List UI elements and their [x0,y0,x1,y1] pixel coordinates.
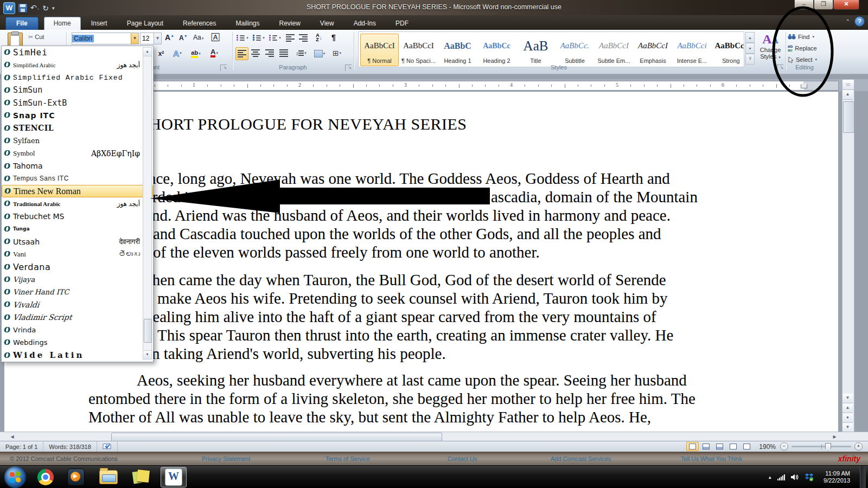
browse-object-icon[interactable]: ● [843,413,853,423]
font-option-vrinda[interactable]: OVrinda [2,324,153,336]
dropdown-scroll-thumb[interactable] [144,319,152,343]
scroll-down-icon[interactable]: ▼ [843,394,853,403]
webpage-link[interactable]: Tell Us What You Think [681,455,742,462]
align-left-button[interactable] [235,47,248,60]
font-option-wide-latin[interactable]: OWide Latin [2,349,153,361]
change-styles-button[interactable]: AA Change Styles ▾ [756,32,784,60]
taskbar-media-player-button[interactable] [63,467,89,487]
webpage-link[interactable]: Privacy Statement [202,455,250,462]
webpage-link[interactable]: Add Comcast Services [551,455,611,462]
taskbar-chrome-button[interactable] [33,467,59,487]
increase-indent-button[interactable] [297,32,309,44]
styles-dialog-launcher[interactable]: ↘ [777,65,783,71]
font-option-simsun-extb[interactable]: OSimSun-ExtB [2,97,153,109]
zoom-slider-thumb[interactable] [825,443,831,451]
text-highlight-button[interactable]: ab▾ [189,48,203,60]
font-size-combo[interactable]: 12 ▼ [140,33,162,44]
qat-customize-icon[interactable]: ▾ [52,4,55,12]
style-no-spaci[interactable]: AaBbCcI¶ No Spaci... [399,34,438,66]
style-strong[interactable]: AaBbCcIStrong [712,34,744,66]
webpage-link[interactable]: Contact Us [448,455,477,462]
font-option-verdana[interactable]: OVerdana [2,261,153,273]
zoom-out-button[interactable]: − [780,442,788,451]
style-heading-2[interactable]: AaBbCcHeading 2 [477,34,516,66]
styles-more-icon[interactable]: ⊽ [745,54,755,65]
horizontal-ruler[interactable]: 123456 [88,81,805,91]
font-name-dropdown-icon[interactable]: ▼ [131,33,138,44]
network-signal-icon[interactable] [777,474,785,480]
undo-icon[interactable]: ↶▾ [30,3,39,14]
draft-view-button[interactable] [741,442,753,451]
zoom-slider[interactable] [792,446,851,447]
scroll-right-icon[interactable]: ▶ [830,433,839,441]
numbering-button[interactable]: ▾ [252,32,266,44]
help-button[interactable]: ? [854,16,865,27]
tab-add-ins[interactable]: Add-Ins [344,17,385,30]
shrink-font-button[interactable]: A▼ [179,34,188,42]
font-option-tunga[interactable]: OTunga [2,223,153,235]
tab-mailings[interactable]: Mailings [226,17,269,30]
proofing-status[interactable] [97,441,118,452]
sort-button[interactable]: AZ↓ [312,31,326,43]
tab-view[interactable]: View [311,17,343,30]
cut-button[interactable]: ✂Cut [28,34,44,41]
horizontal-scrollbar[interactable]: ◀ ▶ [0,432,868,441]
font-option-vladimir-script[interactable]: OVladimir Script [2,311,153,324]
dropdown-scroll-down-icon[interactable]: ▼ [143,350,151,359]
vertical-scrollbar[interactable]: ▲ ▼ ▲ ● ▼ [842,79,854,433]
tab-page-layout[interactable]: Page Layout [118,17,173,30]
align-center-button[interactable] [250,47,261,59]
select-button[interactable]: Select▾ [788,54,817,65]
font-option-utsaah[interactable]: OUtsaahदेवनागरी [2,235,153,248]
styles-scroll-up-icon[interactable]: ▲ [745,32,755,43]
next-page-icon[interactable]: ▼ [843,423,853,432]
taskbar-sticky-notes-button[interactable] [128,467,154,487]
style-heading-1[interactable]: AaBbCHeading 1 [438,34,477,66]
previous-page-icon[interactable]: ▲ [843,403,853,413]
font-option-tahoma[interactable]: OTahoma [2,159,153,172]
style-title[interactable]: AaBTitle [516,34,555,66]
align-right-button[interactable] [264,47,276,59]
taskbar-word-button[interactable]: W [161,467,187,487]
font-option-simplified-arabic-fixed[interactable]: OSimplified Arabic Fixed [2,72,153,84]
style-normal[interactable]: AaBbCcI¶ Normal [360,34,399,66]
zoom-in-button[interactable]: + [854,442,863,451]
font-option-symbol[interactable]: OSymbolΑβΧδΕφΓηΙφ [2,147,153,159]
style-emphasis[interactable]: AaBbCcIEmphasis [634,34,672,66]
superscript-button[interactable]: x² [155,48,167,60]
horizontal-scroll-thumb[interactable] [111,433,442,441]
fullscreen-reading-view-button[interactable] [700,442,712,451]
minimize-button[interactable]: – [794,0,814,10]
style-subtle-em[interactable]: AaBbCcISubtle Em... [595,34,633,66]
speaker-icon[interactable] [790,473,799,481]
outline-view-button[interactable] [727,442,739,451]
style-intense-e[interactable]: AaBbCciIntense E... [673,34,711,66]
print-layout-view-button[interactable] [686,442,699,451]
vertical-scroll-thumb[interactable] [843,101,854,133]
collapse-ribbon-icon[interactable]: ⌃ [846,18,850,24]
scroll-left-icon[interactable]: ◀ [8,433,17,441]
decrease-indent-button[interactable] [284,32,296,44]
tab-pdf[interactable]: PDF [386,17,418,30]
font-option-webdings[interactable]: OWebdings [2,336,153,349]
font-option-viner-hand-itc[interactable]: OViner Hand ITC [2,286,153,298]
tab-home[interactable]: Home [44,17,81,30]
tab-insert[interactable]: Insert [82,17,117,30]
taskbar-explorer-button[interactable] [95,467,122,487]
tab-references[interactable]: References [174,17,225,30]
font-dialog-launcher[interactable]: ↘ [220,65,227,71]
font-option-traditional-arabic[interactable]: OTraditional Arabicأبجد هوز [2,197,153,210]
font-size-dropdown-icon[interactable]: ▼ [154,33,161,44]
font-option-times-new-roman[interactable]: OTimes New Roman [2,185,153,197]
tray-expand-icon[interactable]: ▲ [768,475,772,480]
web-layout-view-button[interactable] [713,442,726,451]
paragraph-dialog-launcher[interactable]: ↘ [345,65,352,71]
maximize-button[interactable]: ❐ [814,0,833,10]
font-option-simsun[interactable]: OSimSun [2,84,153,97]
font-option-trebuchet-ms[interactable]: OTrebuchet MS [2,210,153,222]
ruler-toggle-button[interactable]: ▭ [842,79,854,90]
webpage-link[interactable]: Terms of Service [326,455,370,462]
font-option-snap-itc[interactable]: OSnap ITC [2,109,153,121]
font-dropdown-scrollbar[interactable]: ▲ ▼ [143,47,152,359]
scroll-up-icon[interactable]: ▲ [843,90,853,100]
